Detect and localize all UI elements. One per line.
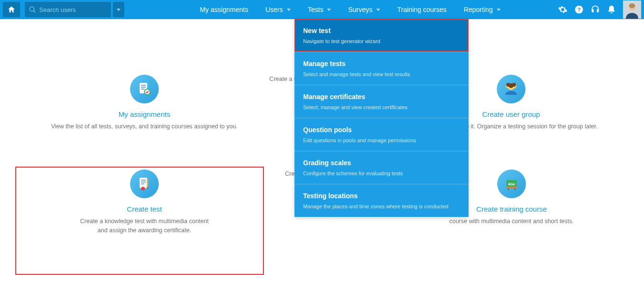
assignments-icon xyxy=(130,75,159,103)
caret-down-icon xyxy=(376,9,380,11)
nav-label: Surveys xyxy=(348,6,372,13)
dropdown-item-title: Question pools xyxy=(303,126,460,134)
top-bar: My assignments Users Tests Surveys Train… xyxy=(0,0,644,19)
dropdown-item-title: Testing locations xyxy=(303,192,460,200)
dropdown-item-desc: Navigate to test generator wizard xyxy=(303,38,460,44)
svg-rect-27 xyxy=(508,188,509,190)
svg-text:?: ? xyxy=(577,6,580,12)
card-desc: View the list of all tests, surveys, and… xyxy=(25,122,264,131)
nav-tests[interactable]: Tests xyxy=(299,0,340,19)
svg-rect-28 xyxy=(514,188,515,190)
svg-text:Abc: Abc xyxy=(508,182,515,186)
search-input[interactable] xyxy=(39,6,101,13)
create-test-icon xyxy=(130,170,159,198)
avatar[interactable] xyxy=(623,0,641,19)
nav-label: Training courses xyxy=(397,6,447,13)
nav-training-courses[interactable]: Training courses xyxy=(389,0,455,19)
svg-point-16 xyxy=(509,83,513,88)
dropdown-item-question-pools[interactable]: Question pools Edit questions in pools a… xyxy=(295,118,469,151)
card-title: My assignments xyxy=(25,110,264,118)
nav-label: My assignments xyxy=(200,6,248,13)
search-container[interactable] xyxy=(25,2,111,17)
nav-surveys[interactable]: Surveys xyxy=(339,0,389,19)
card-desc-line: and assign the awarding certificate. xyxy=(98,227,191,234)
dropdown-item-new-test[interactable]: New test Navigate to test generator wiza… xyxy=(295,19,469,52)
svg-rect-17 xyxy=(140,178,147,188)
nav-reporting[interactable]: Reporting xyxy=(455,0,509,19)
svg-rect-21 xyxy=(147,179,148,187)
svg-rect-20 xyxy=(141,183,144,184)
nav-users[interactable]: Users xyxy=(257,0,299,19)
svg-point-0 xyxy=(30,7,34,11)
gear-icon[interactable] xyxy=(558,5,568,14)
nav-label: Reporting xyxy=(464,6,493,13)
dropdown-item-testing-locations[interactable]: Testing locations Manage the places and … xyxy=(295,184,469,217)
training-course-icon: Abc xyxy=(497,170,526,198)
dropdown-item-title: Manage tests xyxy=(303,60,460,68)
dropdown-item-desc: Select, manage and view created certific… xyxy=(303,104,460,110)
card-desc-line: Create a knowledge test with multimedia … xyxy=(80,218,209,225)
svg-line-1 xyxy=(33,11,35,12)
dropdown-item-desc: Configure the schemes for evaluating tes… xyxy=(303,170,460,176)
svg-rect-8 xyxy=(141,87,146,88)
user-group-icon xyxy=(497,75,525,103)
dropdown-item-desc: Select and manage tests and view test re… xyxy=(303,71,460,77)
dropdown-item-title: Manage certificates xyxy=(303,93,460,101)
dropdown-item-manage-certificates[interactable]: Manage certificates Select, manage and v… xyxy=(295,85,469,118)
help-icon[interactable]: ? xyxy=(574,5,584,14)
dropdown-item-title: New test xyxy=(303,27,460,34)
avatar-icon xyxy=(623,0,641,19)
search-icon xyxy=(29,6,36,13)
bell-icon[interactable] xyxy=(607,5,616,14)
card-create-test[interactable]: Create test Create a knowledge test with… xyxy=(25,170,264,235)
dropdown-item-manage-tests[interactable]: Manage tests Select and manage tests and… xyxy=(295,52,469,85)
caret-down-icon xyxy=(497,9,501,11)
nav-label: Users xyxy=(265,6,283,13)
svg-rect-26 xyxy=(506,187,517,188)
card-desc: course with multimedia content and short… xyxy=(402,217,622,226)
card-desc: Create a knowledge test with multimedia … xyxy=(25,217,264,235)
svg-rect-19 xyxy=(141,181,146,182)
topbar-right: ? xyxy=(558,0,644,19)
home-icon xyxy=(7,5,16,14)
tests-dropdown: New test Navigate to test generator wiza… xyxy=(295,19,469,217)
card-title: Create test xyxy=(25,205,264,213)
main-nav: My assignments Users Tests Surveys Train… xyxy=(191,0,509,19)
dropdown-item-desc: Manage the places and time zones where t… xyxy=(303,204,460,209)
caret-down-icon xyxy=(117,9,120,11)
caret-down-icon xyxy=(287,9,291,11)
home-button[interactable] xyxy=(3,2,20,17)
nav-my-assignments[interactable]: My assignments xyxy=(191,0,257,19)
caret-down-icon xyxy=(327,9,331,11)
dropdown-item-title: Grading scales xyxy=(303,159,460,167)
dropdown-item-grading-scales[interactable]: Grading scales Configure the schemes for… xyxy=(295,151,469,184)
headset-icon[interactable] xyxy=(590,5,600,14)
nav-label: Tests xyxy=(308,6,324,13)
dropdown-item-desc: Edit questions in pools and manage permi… xyxy=(303,137,460,143)
search-dropdown-button[interactable] xyxy=(113,2,124,17)
svg-rect-7 xyxy=(141,85,146,86)
svg-rect-18 xyxy=(141,180,146,181)
svg-rect-9 xyxy=(141,89,144,90)
